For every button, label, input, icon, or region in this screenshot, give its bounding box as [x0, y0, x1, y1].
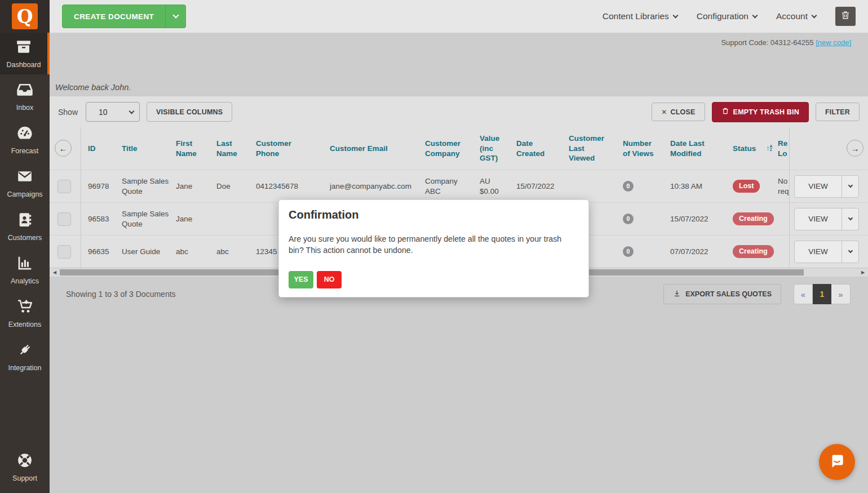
col-header-date-last-modified[interactable]: Date Last Modified: [656, 139, 715, 158]
cell-company: Company ABC: [413, 176, 467, 196]
sidebar-item-campaigns[interactable]: Campaigns: [0, 161, 50, 205]
show-count-select[interactable]: 10: [86, 102, 140, 122]
inbox-icon: [16, 81, 33, 100]
col-header-number-of-views[interactable]: Number of Views: [607, 139, 656, 158]
cell-views: 0: [607, 214, 656, 224]
col-header-date-created[interactable]: Date Created: [504, 139, 556, 158]
topbar: CREATE DOCUMENT Content Libraries Config…: [50, 0, 868, 33]
chevron-down-icon: [672, 13, 678, 19]
cell-views: 0: [607, 246, 656, 257]
nav-content-libraries[interactable]: Content Libraries: [603, 11, 677, 21]
col-header-id[interactable]: ID: [81, 144, 115, 154]
chevron-down-icon: [812, 13, 817, 19]
chat-widget-button[interactable]: [819, 444, 855, 480]
nav-account[interactable]: Account: [776, 11, 816, 21]
cell-status: Creating: [715, 245, 770, 257]
cell-phone: 0412345678: [249, 181, 314, 192]
row-checkbox[interactable]: [57, 180, 71, 193]
status-badge: Creating: [733, 245, 774, 257]
export-sales-quotes-button[interactable]: EXPORT SALES QUOTES: [663, 284, 781, 304]
integration-icon: [16, 341, 33, 361]
sidebar-item-label: Support: [12, 474, 37, 482]
sidebar-item-support[interactable]: Support: [0, 445, 50, 488]
sidebar-item-forecast[interactable]: Forecast: [0, 118, 50, 161]
new-code-link[interactable]: [new code]: [816, 38, 851, 47]
sidebar-item-dashboard[interactable]: Dashboard: [0, 33, 50, 74]
table-toolbar: Show 10 VISIBLE COLUMNS ✕ CLOSE EMPTY TR…: [50, 96, 868, 127]
checkbox-cell: [53, 170, 81, 202]
logo-box: Q: [0, 0, 50, 33]
create-document-button[interactable]: CREATE DOCUMENT: [62, 5, 186, 28]
confirmation-dialog: Confirmation Are you sure you would like…: [278, 199, 589, 297]
dashboard-icon: [15, 38, 32, 57]
table-header-row: ← ID Title First Name Last Name Customer…: [50, 127, 868, 170]
trash-bin-button[interactable]: [835, 7, 856, 26]
support-icon: [16, 452, 33, 471]
nav-label: Content Libraries: [603, 11, 669, 21]
view-dropdown-caret[interactable]: [842, 208, 858, 230]
view-button[interactable]: VIEW: [794, 208, 859, 230]
nav-label: Configuration: [697, 11, 749, 21]
cell-date-modified: 10:38 AM: [656, 181, 715, 192]
col-header-first-name[interactable]: First Name: [169, 139, 210, 158]
cell-first-name: Jane: [169, 214, 210, 224]
chevron-down-icon: [848, 183, 852, 188]
top-navigation: Content Libraries Configuration Account: [603, 7, 856, 26]
col-header-value[interactable]: Value (inc GST): [467, 134, 504, 163]
col-header-last-name[interactable]: Last Name: [210, 139, 249, 158]
pagination-current-page[interactable]: 1: [813, 284, 831, 304]
empty-trash-bin-button[interactable]: EMPTY TRASH BIN: [712, 102, 809, 122]
col-header-customer-email[interactable]: Customer Email: [314, 144, 413, 154]
col-header-title[interactable]: Title: [115, 144, 169, 154]
sidebar-item-label: Inbox: [16, 104, 34, 112]
sidebar-item-extensions[interactable]: Extentions: [0, 291, 50, 335]
col-header-customer-last-viewed[interactable]: Customer Last Viewed: [556, 134, 607, 163]
status-badge: Creating: [733, 212, 774, 225]
cell-last-name: abc: [210, 247, 249, 257]
checkbox-cell: [53, 236, 81, 268]
view-dropdown-caret[interactable]: [842, 241, 858, 263]
analytics-icon: [16, 255, 33, 274]
chat-bubble-icon: [827, 451, 847, 473]
sidebar-item-label: Analytics: [11, 277, 39, 285]
view-button-label: VIEW: [795, 176, 842, 197]
dialog-message: Are you sure you would like to permanent…: [289, 234, 579, 256]
sidebar-item-inbox[interactable]: Inbox: [0, 74, 50, 118]
app-logo[interactable]: Q: [12, 3, 38, 29]
col-header-reason-lost[interactable]: Re Lo: [770, 139, 789, 158]
create-document-caret[interactable]: [165, 5, 185, 28]
row-checkbox[interactable]: [57, 212, 71, 226]
dialog-title: Confirmation: [289, 208, 579, 221]
sidebar-item-customers[interactable]: Customers: [0, 205, 50, 248]
yes-button[interactable]: YES: [289, 271, 313, 288]
cell-id: 96978: [81, 181, 115, 192]
sidebar-item-analytics[interactable]: Analytics: [0, 248, 50, 291]
sidebar-item-integration[interactable]: Integration: [0, 335, 50, 378]
no-button[interactable]: NO: [317, 271, 342, 288]
col-header-customer-company[interactable]: Customer Company: [413, 139, 467, 158]
filter-button[interactable]: FILTER: [816, 103, 860, 121]
col-header-customer-phone[interactable]: Customer Phone: [249, 139, 314, 158]
cell-title: User Guide: [115, 247, 169, 257]
view-dropdown-caret[interactable]: [842, 176, 858, 197]
nav-configuration[interactable]: Configuration: [697, 11, 757, 21]
pagination-prev-button[interactable]: «: [794, 284, 813, 304]
chevron-down-icon: [752, 13, 758, 19]
pagination-next-button[interactable]: »: [831, 284, 851, 304]
row-checkbox[interactable]: [57, 245, 71, 259]
sidebar-item-label: Campaigns: [7, 190, 42, 198]
scrollbar-right-arrow[interactable]: ▶: [859, 268, 867, 277]
support-code-text: Support Code: 04312-64255: [721, 38, 813, 47]
cell-last-name: Doe: [210, 181, 249, 192]
download-icon: [673, 290, 681, 299]
view-button[interactable]: VIEW: [794, 175, 859, 198]
cell-date-modified: 07/07/2022: [656, 247, 715, 257]
scrollbar-left-arrow[interactable]: ◀: [51, 268, 59, 277]
col-header-status[interactable]: Status ↑AZ: [715, 144, 770, 154]
visible-columns-button[interactable]: VISIBLE COLUMNS: [147, 102, 232, 122]
view-button[interactable]: VIEW: [794, 241, 859, 263]
close-button[interactable]: ✕ CLOSE: [652, 103, 705, 121]
scroll-columns-left-button[interactable]: ←: [55, 140, 72, 157]
sidebar-item-label: Customers: [8, 234, 42, 242]
scroll-columns-right-button[interactable]: →: [847, 140, 863, 157]
